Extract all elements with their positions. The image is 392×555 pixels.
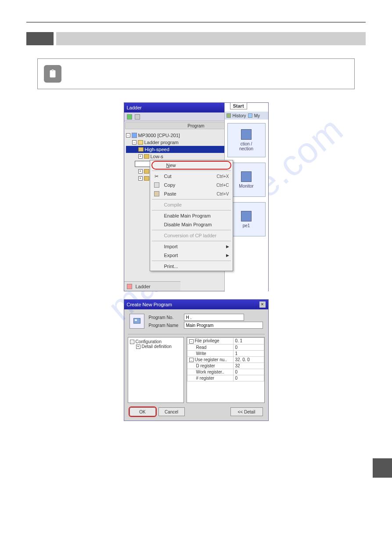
property-grid[interactable]: -File privilege0. 1 Read0 Write1 -Use re… (187, 337, 265, 403)
page-side-tab (373, 458, 392, 478)
my-label[interactable]: My (254, 113, 260, 118)
folder-icon (144, 169, 149, 174)
menu-disable-main[interactable]: Disable Main Program (150, 220, 233, 229)
start-tab[interactable]: Start (230, 102, 247, 109)
header-rule (26, 22, 366, 22)
ladder-bottom-tabs: Ladder (124, 281, 180, 291)
folder-icon (144, 176, 149, 181)
ladder-title: Ladder (127, 105, 142, 110)
menu-convert: Conversion of CP ladder (150, 231, 233, 240)
tool-icon-1[interactable] (127, 114, 132, 120)
start-card-scope[interactable]: pe1 (227, 202, 266, 236)
detail-button[interactable]: << Detail (230, 407, 263, 416)
menu-enable-main[interactable]: Enable Main Program (150, 211, 233, 220)
program-name-input[interactable] (184, 322, 263, 329)
section-tab (26, 32, 54, 45)
clipboard-icon (44, 65, 61, 83)
folder-open-icon (138, 140, 143, 145)
detail-definition[interactable]: Detail definition (142, 344, 172, 349)
create-program-dialog: Create New Program × Program No. Program (124, 299, 269, 421)
menu-cut[interactable]: ✂ CutCtrl+X (150, 172, 233, 181)
svg-rect-1 (135, 319, 137, 321)
context-menu: NNewew ✂ CutCtrl+X CopyCtrl+C PasteCtrl+… (150, 160, 233, 271)
folder-icon (138, 147, 144, 152)
scope-icon (241, 211, 252, 221)
monitor-icon (241, 171, 252, 182)
menu-copy[interactable]: CopyCtrl+C (150, 181, 233, 189)
dialog-titlebar: Create New Program × (124, 300, 268, 309)
tool-icon-2[interactable] (135, 114, 140, 120)
paste-icon (154, 191, 159, 196)
my-icon (248, 113, 252, 118)
cancel-button[interactable]: Cancel (158, 407, 185, 416)
start-card-monitor[interactable]: Monitor (227, 163, 266, 197)
folder-icon (144, 154, 149, 159)
program-no-label: Program No. (149, 315, 184, 320)
section-header (26, 32, 366, 45)
menu-paste[interactable]: PasteCtrl+V (150, 189, 233, 198)
menu-import[interactable]: Import▶ (150, 242, 233, 251)
connection-icon (241, 129, 252, 140)
config-tree[interactable]: -Configuration +Detail definition (128, 337, 184, 403)
menu-export[interactable]: Export▶ (150, 251, 233, 260)
program-name-label: Program Name (149, 323, 184, 328)
section-band (56, 32, 366, 45)
device-icon (132, 133, 137, 138)
ok-button[interactable]: OK (129, 407, 156, 416)
menu-print[interactable]: Print... (150, 262, 233, 271)
ladder-tab[interactable]: Ladder (136, 284, 151, 289)
start-card-connection[interactable]: ction / nection (227, 123, 266, 157)
note-box (37, 58, 355, 89)
close-icon[interactable]: × (259, 301, 266, 308)
ladder-tab-icon (127, 284, 132, 289)
program-icon (129, 314, 144, 329)
program-no-input[interactable] (184, 314, 244, 321)
history-icon (227, 113, 231, 118)
menu-compile: Compile (150, 200, 233, 209)
start-toolbar: History My (225, 112, 268, 120)
history-label[interactable]: History (233, 113, 246, 118)
copy-icon (154, 182, 159, 188)
menu-new[interactable]: NNewew (151, 161, 231, 170)
ladder-panel: Ladder ▾ ▪ × Program -MP3000 [CPU-201] -… (124, 102, 269, 291)
scissors-icon: ✂ (155, 174, 158, 179)
config-root[interactable]: Configuration (136, 339, 162, 344)
dialog-title: Create New Program (127, 302, 172, 307)
